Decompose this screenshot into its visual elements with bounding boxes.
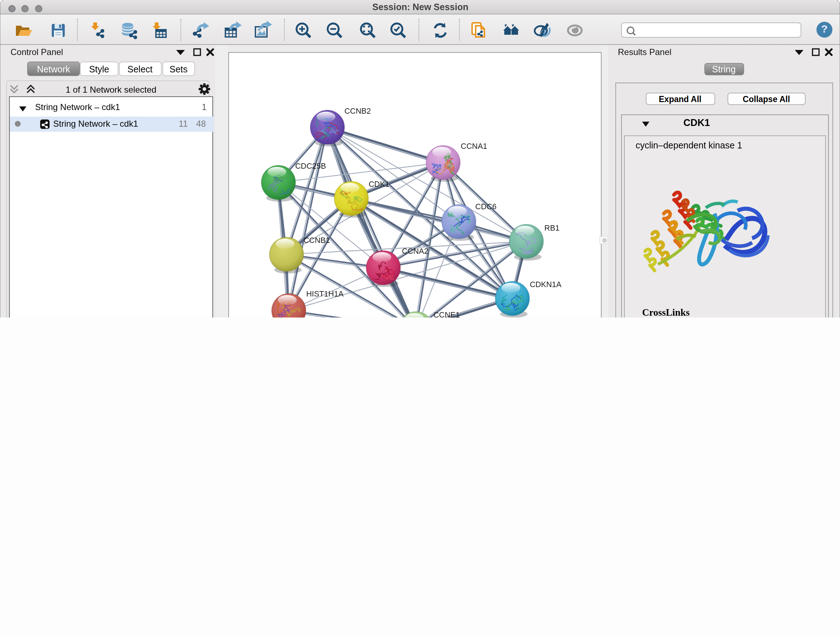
svg-text:CCNB2: CCNB2 xyxy=(344,106,371,116)
svg-text:CCNA1: CCNA1 xyxy=(461,141,487,150)
svg-text:CDC6: CDC6 xyxy=(475,202,497,211)
svg-text:CCNA2: CCNA2 xyxy=(402,247,428,256)
svg-text:HIST1H1A: HIST1H1A xyxy=(306,289,344,298)
svg-text:CDC25B: CDC25B xyxy=(295,162,326,171)
svg-text:CDKN1A: CDKN1A xyxy=(530,280,561,289)
svg-text:CCNB1: CCNB1 xyxy=(303,236,330,245)
svg-text:CDK1: CDK1 xyxy=(369,180,390,188)
svg-text:RB1: RB1 xyxy=(545,223,560,233)
svg-text:CCNE1: CCNE1 xyxy=(433,310,460,318)
